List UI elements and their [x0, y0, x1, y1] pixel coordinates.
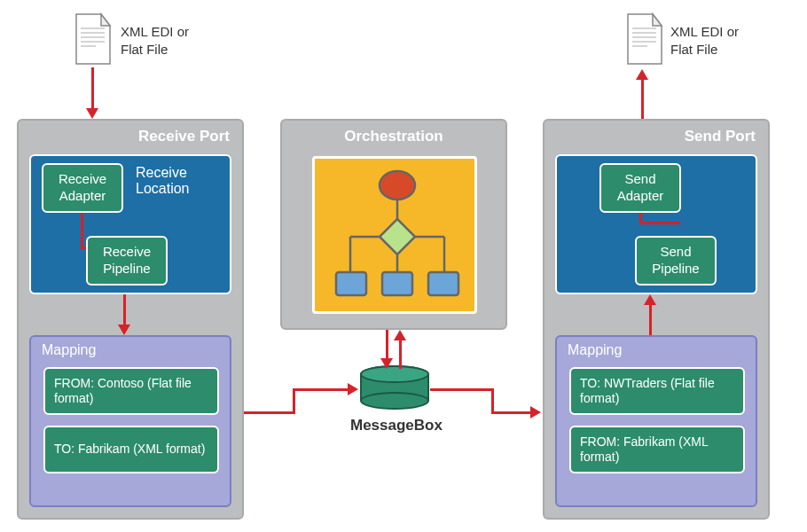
arrow-orch-up-head [394, 330, 406, 340]
receive-pipeline-box: Receive Pipeline [86, 236, 168, 286]
arrow-orch-down [386, 330, 388, 362]
svg-rect-24 [428, 272, 458, 295]
send-mapping-title: Mapping [568, 342, 622, 358]
arrow-send-pipe-to-adapter-h [639, 222, 680, 224]
svg-marker-16 [380, 219, 415, 254]
svg-marker-1 [101, 14, 110, 26]
arrow-adapter-to-pipeline-v [81, 213, 83, 248]
receive-mapping-box: Mapping FROM: Contoso (Flat file format)… [29, 335, 231, 507]
send-location-box: Send Adapter Send Pipeline [555, 154, 757, 294]
send-mapping-box: Mapping TO: NWTraders (Flat file format)… [555, 335, 757, 507]
arrow-receive-loc-to-mapping-head [118, 325, 130, 335]
arrow-recv-to-msgbox-h2 [293, 388, 349, 391]
flowchart-icon [315, 159, 480, 317]
send-pipeline-box: Send Pipeline [635, 236, 717, 286]
receive-adapter-box: Receive Adapter [42, 163, 123, 213]
send-port-title: Send Port [685, 128, 756, 145]
arrow-msgbox-to-send-h2 [491, 411, 532, 414]
svg-point-30 [361, 366, 428, 382]
arrow-receive-loc-to-mapping [123, 294, 126, 326]
arrow-recv-to-msgbox-v [293, 388, 295, 414]
svg-rect-22 [336, 272, 366, 295]
arrow-input-to-receive-head [86, 108, 98, 119]
receive-mapping-to: TO: Fabrikam (XML format) [43, 426, 219, 473]
arrow-msgbox-to-send-v [491, 388, 494, 414]
output-file-label: XML EDI or Flat File [670, 23, 759, 58]
arrow-msgbox-to-send-h1 [430, 388, 494, 391]
messagebox-cylinder-icon [359, 365, 430, 411]
arrow-input-to-receive [91, 67, 94, 110]
arrow-orch-down-head [380, 358, 393, 369]
orchestration-panel: Orchestration [280, 119, 507, 330]
receive-mapping-title: Mapping [42, 342, 96, 358]
receive-mapping-from: FROM: Contoso (Flat file format) [43, 367, 219, 415]
svg-marker-8 [653, 14, 662, 26]
arrow-msgbox-to-send-head [530, 406, 541, 419]
send-mapping-to: TO: NWTraders (Flat file format) [569, 367, 745, 415]
output-file-icon [621, 12, 665, 67]
arrow-send-to-output [641, 80, 644, 119]
arrow-send-mapping-to-loc [649, 305, 652, 335]
arrow-send-pipe-to-adapter-v2 [639, 213, 642, 223]
receive-port-title: Receive Port [138, 128, 230, 145]
send-adapter-box: Send Adapter [599, 163, 681, 213]
svg-point-29 [361, 393, 428, 409]
messagebox-label: MessageBox [350, 417, 443, 434]
send-port-panel: Send Port Send Adapter Send Pipeline Map… [543, 119, 770, 520]
receive-location-box: Receive Location Receive Adapter Receive… [29, 154, 231, 294]
arrow-recv-to-msgbox-head [348, 383, 358, 395]
orchestration-title: Orchestration [282, 128, 505, 145]
arrow-recv-to-msgbox-h1 [244, 411, 295, 414]
arrow-orch-up [399, 340, 402, 369]
input-file-label: XML EDI or Flat File [121, 23, 209, 58]
send-mapping-from: FROM: Fabrikam (XML format) [569, 426, 745, 473]
arrow-send-mapping-to-loc-head [644, 294, 656, 305]
receive-location-label: Receive Location [136, 165, 224, 197]
orchestration-flowchart-box [312, 156, 477, 314]
input-file-icon [69, 12, 114, 67]
arrow-send-to-output-head [636, 69, 648, 80]
svg-rect-23 [382, 272, 412, 295]
receive-port-panel: Receive Port Receive Location Receive Ad… [17, 119, 244, 520]
svg-point-14 [380, 171, 415, 200]
